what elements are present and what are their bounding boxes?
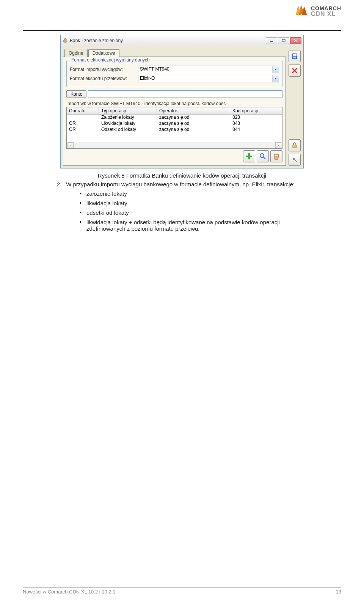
export-format-value: Elixir-O: [138, 75, 272, 82]
import-format-label: Format importu wyciągów:: [70, 67, 138, 72]
svg-rect-12: [293, 54, 297, 56]
list-item: odsetki od lokaty: [80, 209, 311, 216]
bank-window: Bank - zostanie zmieniony Ogólne Dodatko…: [60, 35, 304, 168]
tab-strip: Ogólne Dodatkowe: [64, 49, 286, 57]
svg-rect-16: [293, 145, 297, 148]
scroll-left-icon[interactable]: ‹: [67, 142, 74, 148]
product-name: CDN XL: [311, 11, 341, 17]
tab-general[interactable]: Ogólne: [64, 49, 88, 57]
minimize-button[interactable]: [266, 37, 277, 44]
table-row[interactable]: Założenie lokaty zaczyna się od 823: [67, 115, 282, 121]
footer-rule: [23, 587, 341, 587]
close-button[interactable]: [290, 37, 301, 44]
tab-panel-additional: Format elektronicznej wymiany danych For…: [63, 57, 286, 166]
import-format-combo[interactable]: SWIFT MT940 ▾: [138, 66, 279, 73]
svg-point-6: [260, 154, 264, 157]
page-footer: Nowości w Comarch CDN XL 10.2 i 10.2.1 1…: [23, 587, 341, 595]
figure-caption: Rysunek 8 Formatka Banku definiowanie ko…: [23, 172, 341, 179]
chevron-down-icon: ▾: [272, 66, 279, 73]
svg-rect-13: [293, 57, 296, 58]
bullet-list: założenie lokaty likwidacja lokaty odset…: [80, 190, 311, 232]
footer-text: Nowości w Comarch CDN XL 10.2 i 10.2.1: [23, 589, 336, 595]
import-description: Import wb w formacie SWIFT MT940 - ident…: [66, 101, 282, 106]
tab-additional[interactable]: Dodatkowe: [88, 49, 119, 57]
header-rule: [23, 30, 341, 31]
grid-header-operator2[interactable]: Operator: [157, 107, 230, 114]
window-title: Bank - zostanie zmieniony: [70, 38, 265, 43]
groupbox-title: Format elektronicznej wymiany danych: [70, 57, 151, 63]
konto-button[interactable]: Konto: [66, 90, 86, 98]
import-format-value: SWIFT MT940: [138, 66, 272, 73]
save-button[interactable]: [289, 50, 301, 62]
window-titlebar: Bank - zostanie zmieniony: [61, 35, 303, 46]
grid-header-operator1[interactable]: Operator: [67, 107, 99, 114]
delete-button[interactable]: [270, 150, 282, 162]
svg-line-18: [295, 160, 297, 162]
list-item: likwidacja lokaty + odsetki będą identyf…: [80, 219, 311, 232]
list-item: założenie lokaty: [80, 190, 311, 197]
grid-header-code[interactable]: Kod operacji: [230, 107, 282, 114]
operations-grid: Operator Typ operacji Operator Kod opera…: [66, 107, 282, 149]
export-format-combo[interactable]: Elixir-O ▾: [138, 75, 279, 82]
grid-header: Operator Typ operacji Operator Kod opera…: [67, 107, 282, 115]
search-button[interactable]: [257, 150, 269, 162]
lock-button[interactable]: [289, 139, 301, 151]
scroll-right-icon[interactable]: ›: [275, 142, 281, 148]
svg-rect-1: [282, 39, 285, 42]
svg-line-7: [264, 157, 265, 159]
maximize-button[interactable]: [278, 37, 289, 44]
svg-rect-5: [246, 156, 252, 157]
chevron-down-icon: ▾: [272, 75, 279, 82]
brand-logo: COMARCH CDN XL: [293, 4, 341, 19]
grid-header-type[interactable]: Typ operacji: [99, 107, 157, 114]
body-paragraph: 2. W przypadku importu wyciągu bankowego…: [57, 181, 311, 187]
money-bag-icon: [63, 38, 68, 44]
pin-button[interactable]: [289, 154, 301, 166]
comarch-logo-icon: [293, 4, 308, 19]
window-side-toolbar: [288, 49, 301, 166]
grid-horizontal-scrollbar[interactable]: ‹ ›: [67, 142, 282, 148]
export-format-label: Format eksportu przelewów:: [70, 76, 138, 81]
grid-toolbar: [66, 150, 282, 162]
add-button[interactable]: [243, 150, 255, 162]
table-row[interactable]: OR Odsetki od lokaty zaczyna się od 844: [67, 127, 282, 133]
konto-input[interactable]: [88, 90, 282, 98]
page-number: 13: [336, 589, 341, 595]
brand-name: COMARCH: [311, 6, 341, 11]
cancel-button[interactable]: [289, 65, 301, 77]
table-row[interactable]: OR Likwidacja lokaty zaczyna się od 843: [67, 121, 282, 127]
list-item: likwidacja lokaty: [80, 200, 311, 206]
paragraph-text: W przypadku importu wyciągu bankowego w …: [66, 181, 295, 187]
format-groupbox: Format elektronicznej wymiany danych For…: [66, 60, 282, 87]
list-number: 2.: [57, 181, 64, 187]
